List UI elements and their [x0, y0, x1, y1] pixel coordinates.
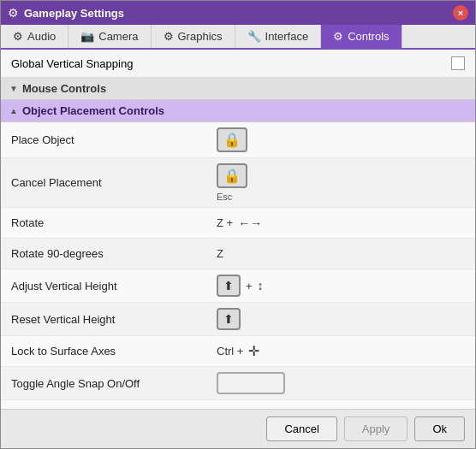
object-placement-section-header[interactable]: ▲ Object Placement Controls — [1, 100, 475, 122]
global-vertical-snapping-row: Global Vertical Snapping — [1, 50, 475, 78]
reset-vertical-height-label: Reset Vertical Height — [11, 313, 217, 326]
place-object-label: Place Object — [11, 133, 217, 146]
content-area: Global Vertical Snapping ▼ Mouse Control… — [1, 50, 475, 409]
object-placement-arrow: ▲ — [9, 106, 18, 115]
tab-graphics-label: Graphics — [178, 30, 223, 43]
tab-controls[interactable]: ⚙ Controls — [321, 25, 402, 48]
toggle-angle-snap-key-box[interactable] — [217, 372, 285, 394]
rotate-90-key: Z — [217, 247, 223, 260]
reset-vertical-height-row: Reset Vertical Height ⬆ — [1, 303, 475, 336]
lock-surface-axes-label: Lock to Surface Axes — [11, 345, 217, 357]
mouse-controls-label: Mouse Controls — [22, 82, 106, 95]
rotate-row: Rotate Z + ←→ — [1, 208, 475, 239]
mouse-controls-section-header[interactable]: ▼ Mouse Controls — [1, 78, 475, 100]
adjust-vertical-height-control: ⬆ + ↕ — [217, 275, 465, 297]
tab-interface[interactable]: 🔧 Interface — [235, 25, 322, 48]
cancel-placement-label: Cancel Placement — [11, 176, 217, 189]
tab-camera[interactable]: 📷 Camera — [68, 25, 151, 48]
object-placement-label: Object Placement Controls — [22, 104, 164, 117]
cancel-placement-icon[interactable]: 🔒 — [217, 163, 247, 188]
rotate-label: Rotate — [11, 216, 217, 229]
adjust-height-icon[interactable]: ⬆ — [217, 275, 241, 297]
move-arrows-icon: ✛ — [248, 343, 259, 359]
apply-button[interactable]: Apply — [344, 417, 408, 441]
reset-height-icon[interactable]: ⬆ — [217, 308, 241, 330]
lock-surface-ctrl-key: Ctrl + — [217, 345, 243, 357]
esc-label: Esc — [217, 192, 232, 202]
cancel-button[interactable]: Cancel — [266, 417, 336, 441]
up-down-arrows-icon: ↕ — [258, 279, 264, 292]
cancel-placement-control: 🔒 Esc — [217, 163, 465, 202]
toggle-angle-snap-control — [217, 372, 465, 394]
lock-surface-axes-row: Lock to Surface Axes Ctrl + ✛ — [1, 336, 475, 367]
graphics-tab-icon: ⚙ — [164, 30, 174, 43]
reset-vertical-height-control: ⬆ — [217, 308, 465, 330]
interface-tab-icon: 🔧 — [247, 30, 261, 43]
footer: Cancel Apply Ok — [1, 409, 475, 448]
rotate-90-control: Z — [217, 247, 465, 260]
mouse-controls-arrow: ▼ — [9, 84, 18, 93]
toggle-align-surface-row: Toggle Align to Surface On/Off V — [1, 400, 475, 409]
rotate-90-label: Rotate 90-degrees — [11, 247, 217, 260]
tab-audio-label: Audio — [27, 30, 56, 43]
tab-graphics[interactable]: ⚙ Graphics — [152, 25, 235, 48]
rotate-key: Z + — [217, 216, 233, 229]
rotate-control: Z + ←→ — [217, 216, 465, 230]
place-object-row: Place Object 🔒 — [1, 122, 475, 158]
adjust-height-plus: + — [246, 280, 253, 292]
place-object-icon[interactable]: 🔒 — [217, 127, 247, 152]
window-title: Gameplay Settings — [24, 7, 453, 20]
title-bar: ⚙ Gameplay Settings × — [1, 1, 475, 25]
tab-audio[interactable]: ⚙ Audio — [1, 25, 68, 48]
global-snapping-checkbox[interactable] — [451, 56, 465, 70]
rotate-arrows-icon: ←→ — [238, 216, 262, 230]
close-button[interactable]: × — [453, 5, 468, 21]
window-icon: ⚙ — [8, 6, 19, 20]
adjust-vertical-height-row: Adjust Vertical Height ⬆ + ↕ — [1, 269, 475, 303]
toggle-angle-snap-row: Toggle Angle Snap On/Off — [1, 367, 475, 400]
camera-tab-icon: 📷 — [80, 30, 94, 43]
tab-interface-label: Interface — [265, 30, 309, 43]
tab-bar: ⚙ Audio 📷 Camera ⚙ Graphics 🔧 Interface … — [1, 25, 475, 50]
adjust-vertical-height-label: Adjust Vertical Height — [11, 280, 217, 292]
global-snapping-label: Global Vertical Snapping — [11, 57, 451, 70]
rotate-90-row: Rotate 90-degrees Z — [1, 239, 475, 269]
gameplay-settings-window: ⚙ Gameplay Settings × ⚙ Audio 📷 Camera ⚙… — [0, 0, 476, 449]
ok-button[interactable]: Ok — [414, 417, 465, 441]
place-object-control: 🔒 — [217, 127, 465, 152]
toggle-angle-snap-label: Toggle Angle Snap On/Off — [11, 377, 217, 390]
cancel-placement-row: Cancel Placement 🔒 Esc — [1, 158, 475, 208]
tab-controls-label: Controls — [348, 30, 389, 43]
tab-camera-label: Camera — [98, 30, 138, 43]
audio-tab-icon: ⚙ — [13, 30, 23, 43]
controls-tab-icon: ⚙ — [333, 30, 343, 43]
lock-surface-axes-control: Ctrl + ✛ — [217, 343, 465, 359]
close-icon: × — [458, 8, 463, 18]
